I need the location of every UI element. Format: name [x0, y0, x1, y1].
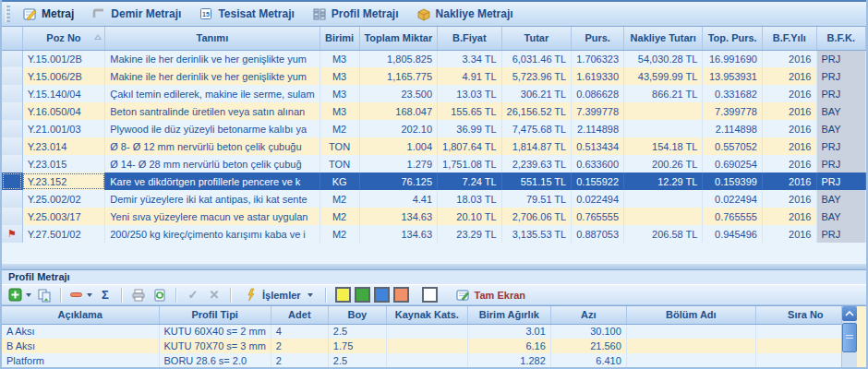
cell-birim[interactable]: TON	[319, 155, 359, 173]
column-header-aciklama[interactable]: Açıklama	[2, 306, 159, 324]
cell-nakliye[interactable]: 12.29 TL	[624, 173, 703, 190]
cell-tutar[interactable]: 2,239.63 TL	[501, 155, 572, 173]
row-indicator-cell[interactable]	[2, 85, 22, 102]
row-indicator-cell[interactable]: ⚑	[2, 225, 22, 243]
row-indicator-cell[interactable]	[2, 137, 22, 155]
scroll-up-button[interactable]	[842, 306, 857, 321]
table-row[interactable]: Y.15.006/2BMakine ile her derinlik ve he…	[2, 67, 866, 85]
cell-bfk[interactable]: PRJ	[816, 67, 866, 85]
cell-tip[interactable]: KUTU 60X40 s= 2 mm	[159, 324, 271, 339]
cell-yil[interactable]: 2016	[762, 155, 816, 173]
cell-poz[interactable]: Y.27.501/02	[22, 225, 105, 243]
cell-miktar[interactable]: 168.047	[359, 102, 437, 120]
table-row[interactable]: Y.23.015Ø 14- Ø 28 mm nervürlü beton çel…	[2, 155, 866, 173]
cell-purs[interactable]: 0.022494	[572, 190, 624, 208]
cell-tutar[interactable]: 5,723.96 TL	[501, 67, 572, 85]
cell-miktar[interactable]: 4.41	[359, 190, 437, 208]
sum-button[interactable]: Σ	[96, 287, 115, 304]
cell-bfk[interactable]: BAY	[816, 120, 866, 137]
color-swatch-2[interactable]	[374, 287, 390, 303]
cell-miktar[interactable]: 76.125	[359, 173, 437, 190]
add-row-button[interactable]	[7, 287, 32, 304]
cell-bfiyat[interactable]: 1,751.08 TL	[438, 155, 502, 173]
cell-tanim[interactable]: Yeni sıva yüzeylere macun ve astar uygul…	[105, 208, 319, 225]
cell-aciklama[interactable]: A Aksı	[2, 324, 159, 339]
cell-bfiyat[interactable]: 13.03 TL	[438, 85, 502, 102]
cell-miktar[interactable]: 1.004	[359, 137, 437, 155]
table-row[interactable]: Y.23.014Ø 8- Ø 12 mm nervürlü beton çeli…	[2, 137, 866, 155]
column-header-purs[interactable]: Purs.	[572, 27, 624, 50]
cell-nakliye[interactable]	[624, 120, 703, 137]
cell-nakliye[interactable]: 206.58 TL	[624, 225, 703, 243]
cell-poz[interactable]: Y.16.050/04	[22, 102, 105, 120]
row-indicator-cell[interactable]	[2, 67, 22, 85]
cell-miktar[interactable]: 1,805.825	[359, 50, 437, 67]
cell-birim[interactable]: M2	[319, 190, 359, 208]
cell-bfiyat[interactable]: 20.10 TL	[438, 208, 502, 225]
cell-nakliye[interactable]: 200.26 TL	[624, 155, 703, 173]
cell-birim[interactable]: TON	[319, 137, 359, 155]
cell-bfk[interactable]: PRJ	[816, 225, 866, 243]
vertical-scrollbar[interactable]	[841, 306, 857, 367]
cell-boy[interactable]: 2.5	[328, 324, 386, 339]
color-swatch-1[interactable]	[355, 287, 370, 303]
cell-toppurs[interactable]: 7.399778	[703, 102, 763, 120]
cell-birim[interactable]: M3	[319, 85, 359, 102]
cell-bfiyat[interactable]: 7.24 TL	[438, 173, 502, 190]
table-row[interactable]: Y.16.050/04Beton santralinde üretilen ve…	[2, 102, 866, 120]
cell-nakliye[interactable]: 154.18 TL	[624, 137, 703, 155]
tab-profil-metraji[interactable]: Profil Metrajı	[307, 5, 407, 23]
cell-yil[interactable]: 2016	[762, 225, 816, 243]
cell-purs[interactable]: 0.155922	[572, 173, 624, 190]
cell-nakliye[interactable]	[624, 208, 703, 225]
cell-nakliye[interactable]: 54,030.28 TL	[624, 50, 703, 67]
cell-toppurs[interactable]: 0.945496	[703, 225, 763, 243]
cell-birim[interactable]: M2	[319, 208, 359, 225]
row-indicator-cell[interactable]	[2, 120, 22, 137]
cell-yil[interactable]: 2016	[762, 137, 816, 155]
column-header-tanim[interactable]: Tanımı	[105, 27, 319, 50]
column-header-miktar[interactable]: Toplam Miktar	[359, 27, 437, 50]
table-row[interactable]: Y.25.003/17Yeni sıva yüzeylere macun ve …	[2, 208, 866, 225]
cell-birim_agirlik[interactable]: 3.01	[467, 324, 550, 339]
cell-azi[interactable]: 6.410	[550, 353, 626, 367]
cell-purs[interactable]: 0.086628	[572, 85, 624, 102]
cell-yil[interactable]: 2016	[762, 85, 816, 102]
cell-bfiyat[interactable]: 3.34 TL	[438, 50, 502, 67]
cell-miktar[interactable]: 134.63	[359, 225, 437, 243]
column-header-azi[interactable]: Azı	[550, 306, 626, 324]
cell-purs[interactable]: 1.619330	[572, 67, 624, 85]
column-header-tutar[interactable]: Tutar	[501, 27, 572, 50]
column-header-adet[interactable]: Adet	[271, 306, 328, 324]
cell-tip[interactable]: BORU 28.6 s= 2.0	[159, 353, 271, 367]
cell-toppurs[interactable]: 2.114898	[703, 120, 763, 137]
cell-poz[interactable]: Y.15.140/04	[22, 85, 105, 102]
cell-bfiyat[interactable]: 155.65 TL	[438, 102, 502, 120]
scrollbar-thumb[interactable]	[842, 323, 857, 352]
column-header-nakliye[interactable]: Nakliye Tutarı	[624, 27, 703, 50]
cell-tanim[interactable]: Makine ile her derinlik ve her genişlikt…	[105, 50, 319, 67]
cell-birim_agirlik[interactable]: 1.282	[467, 353, 550, 367]
cell-tutar[interactable]: 306.21 TL	[501, 85, 572, 102]
cell-bfiyat[interactable]: 1,807.64 TL	[438, 137, 502, 155]
cell-poz[interactable]: Y.21.001/03	[22, 120, 105, 137]
cell-tanim[interactable]: 200/250 kg kireç/çimento karışımı kaba v…	[105, 225, 319, 243]
cell-miktar[interactable]: 202.10	[359, 120, 437, 137]
cell-yil[interactable]: 2016	[762, 120, 816, 137]
refresh-export-button[interactable]	[151, 287, 169, 304]
cell-toppurs[interactable]: 0.331682	[703, 85, 763, 102]
cell-aciklama[interactable]: B Aksı	[2, 339, 159, 353]
cell-poz[interactable]: Y.15.006/2B	[22, 67, 105, 85]
cell-kaynak[interactable]	[386, 339, 467, 353]
cell-yil[interactable]: 2016	[762, 173, 816, 190]
cell-toppurs[interactable]: 0.765555	[703, 208, 763, 225]
cell-birim[interactable]: M3	[319, 67, 359, 85]
table-row[interactable]: A AksıKUTU 60X40 s= 2 mm42.53.0130.1001	[2, 324, 855, 339]
table-row[interactable]: B AksıKUTU 70X70 s= 3 mm21.756.1621.5602	[2, 339, 855, 353]
cell-miktar[interactable]: 23.500	[359, 85, 437, 102]
cell-adet[interactable]: 4	[271, 324, 328, 339]
cell-yil[interactable]: 2016	[762, 208, 816, 225]
cell-miktar[interactable]: 134.63	[359, 208, 437, 225]
cell-tanim[interactable]: Plywood ile düz yüzeyli betonarme kalıbı…	[105, 120, 319, 137]
cell-poz[interactable]: Y.25.002/02	[22, 190, 105, 208]
